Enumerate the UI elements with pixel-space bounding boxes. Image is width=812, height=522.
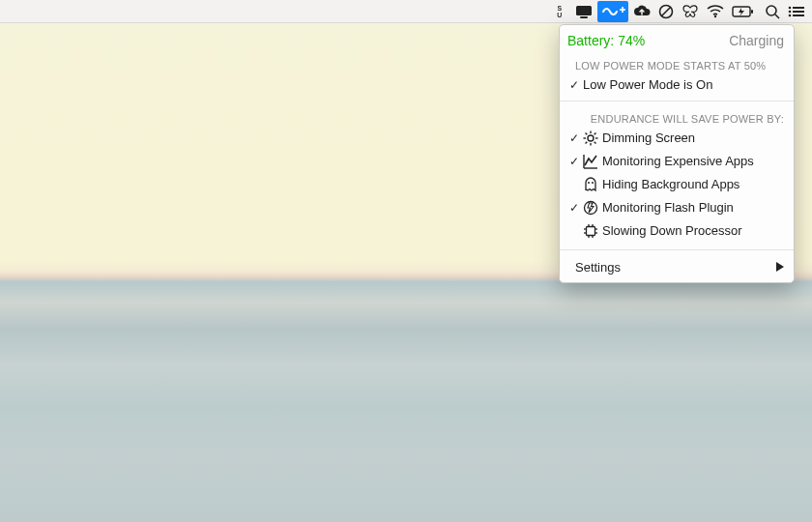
option-hiding-background-apps[interactable]: Hiding Background Apps [560, 173, 794, 196]
svg-rect-1 [580, 16, 588, 18]
separator [560, 249, 794, 250]
svg-rect-0 [576, 6, 592, 15]
chip-icon [581, 223, 600, 239]
svg-point-14 [789, 10, 792, 13]
svg-point-6 [714, 14, 716, 16]
option-label: Monitoring Expensive Apps [600, 153, 754, 170]
option-dimming-screen[interactable]: ✓ Dimming Screen [560, 127, 794, 150]
low-power-mode-item[interactable]: ✓ Low Power Mode is On [560, 73, 794, 97]
option-label: Monitoring Flash Plugin [600, 199, 734, 217]
menubar: S U [0, 0, 812, 23]
spotlight-search-icon[interactable] [762, 1, 783, 22]
flash-icon [581, 200, 600, 216]
check-icon: ✓ [567, 76, 581, 94]
check-icon: ✓ [567, 153, 581, 170]
low-power-caption: LOW POWER MODE STARTS AT 50% [560, 52, 794, 73]
endurance-menu: Battery: 74% Charging LOW POWER MODE STA… [559, 24, 795, 283]
option-monitoring-expensive-apps[interactable]: ✓ Monitoring Expensive Apps [560, 150, 794, 173]
svg-rect-15 [793, 11, 804, 13]
svg-line-25 [586, 142, 588, 144]
option-label: Dimming Screen [600, 130, 695, 147]
svg-marker-39 [776, 262, 784, 272]
svg-point-28 [592, 182, 594, 184]
cloud-upload-icon[interactable] [630, 1, 653, 22]
option-label: Hiding Background Apps [600, 176, 740, 193]
svg-line-23 [586, 133, 588, 135]
svg-point-16 [789, 14, 792, 16]
svg-line-24 [594, 142, 596, 144]
check-icon: ✓ [567, 199, 581, 217]
svg-rect-30 [587, 227, 595, 236]
svg-point-10 [767, 6, 776, 15]
svg-point-18 [588, 135, 594, 141]
display-icon[interactable] [572, 1, 595, 22]
battery-row: Battery: 74% Charging [560, 25, 794, 52]
ghost-icon [581, 177, 600, 192]
option-monitoring-flash-plugin[interactable]: ✓ Monitoring Flash Plugin [560, 196, 794, 219]
option-slowing-down-processor[interactable]: Slowing Down Processor [560, 219, 794, 246]
check-icon: ✓ [567, 130, 581, 147]
endurance-icon[interactable] [597, 1, 628, 22]
chart-icon [581, 154, 600, 169]
separator [560, 101, 794, 102]
svg-marker-9 [739, 8, 744, 16]
svg-rect-17 [793, 14, 804, 16]
list-icon[interactable] [785, 1, 808, 22]
battery-level-label: Battery: 74% [567, 32, 645, 49]
option-label: Slowing Down Processor [600, 222, 742, 240]
svg-point-27 [588, 182, 590, 184]
su-indicator-text: S U [557, 5, 563, 18]
charging-label: Charging [729, 32, 784, 49]
low-power-mode-label: Low Power Mode is On [581, 76, 712, 94]
wifi-icon[interactable] [704, 1, 727, 22]
svg-rect-13 [793, 7, 804, 9]
settings-item[interactable]: Settings [560, 254, 794, 282]
svg-line-11 [775, 14, 779, 18]
svg-line-5 [662, 7, 671, 15]
sun-icon [581, 130, 600, 146]
chevron-right-icon [776, 260, 784, 275]
svg-point-12 [789, 6, 792, 9]
settings-label: Settings [575, 260, 621, 275]
battery-status-icon[interactable] [729, 1, 760, 22]
do-not-disturb-icon[interactable] [655, 1, 677, 22]
desktop-background: S U [0, 0, 812, 522]
svg-rect-8 [751, 10, 753, 14]
butterfly-icon[interactable] [679, 1, 702, 22]
save-power-caption: ENDURANCE WILL SAVE POWER BY: [560, 105, 794, 127]
su-indicator[interactable]: S U [549, 1, 570, 22]
svg-line-26 [594, 133, 596, 135]
